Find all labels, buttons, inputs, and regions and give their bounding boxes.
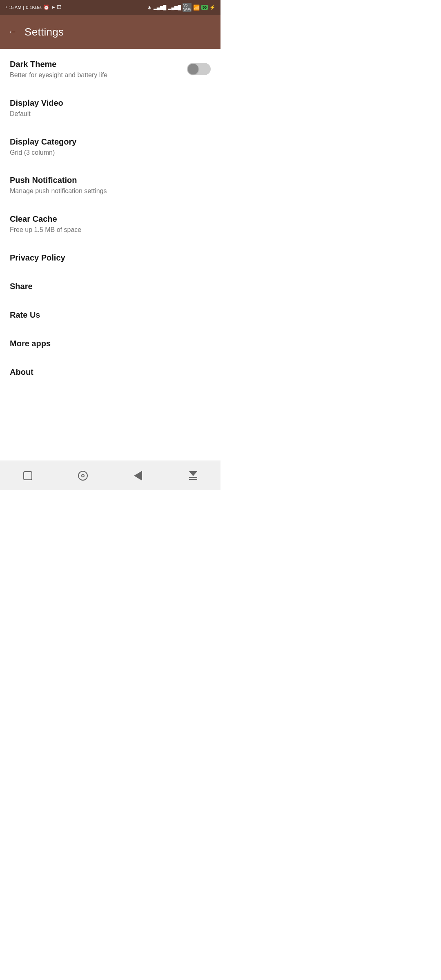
navigation-icon: ➤ (51, 4, 55, 10)
vowifi-icon: VoWiFi (183, 3, 192, 12)
back-nav-button[interactable] (126, 463, 150, 488)
home-circle-inner (81, 474, 85, 477)
settings-item-clear-cache[interactable]: Clear Cache Free up 1.5 MB of space (0, 204, 220, 243)
download-icon (189, 471, 197, 480)
push-notification-content: Push Notification Manage push notificati… (10, 175, 211, 196)
display-video-content: Display Video Default (10, 98, 211, 118)
status-right: ∗ ▂▄▆█ ▂▄▆█ VoWiFi 📶 56 ⚡ (147, 3, 216, 12)
privacy-policy-title: Privacy Policy (10, 252, 211, 263)
dark-theme-content: Dark Theme Better for eyesight and batte… (10, 59, 187, 80)
recents-button[interactable] (16, 463, 40, 488)
display-category-content: Display Category Grid (3 column) (10, 136, 211, 157)
status-time: 7:15 AM (5, 5, 21, 10)
battery-icon: 56 (201, 5, 208, 10)
rate-us-content: Rate Us (10, 310, 211, 320)
more-apps-content: More apps (10, 338, 211, 349)
settings-item-display-category[interactable]: Display Category Grid (3 column) (0, 127, 220, 165)
bluetooth-icon: ∗ (147, 4, 152, 11)
page-title: Settings (24, 26, 64, 38)
download-stem (189, 477, 197, 478)
download-base (189, 479, 197, 480)
settings-item-about[interactable]: About (0, 357, 220, 385)
signal-icon: ▂▄▆█ (154, 5, 167, 10)
push-notification-subtitle: Manage push notification settings (10, 187, 211, 196)
wifi-icon: 📶 (193, 4, 200, 11)
status-left: 7:15 AM | 0.1KB/s ⏰ ➤ 🖫 (5, 4, 62, 10)
status-separator: | (23, 5, 24, 10)
about-content: About (10, 367, 211, 377)
status-bar: 7:15 AM | 0.1KB/s ⏰ ➤ 🖫 ∗ ▂▄▆█ ▂▄▆█ VoWi… (0, 0, 220, 15)
settings-item-share[interactable]: Share (0, 271, 220, 300)
display-video-subtitle: Default (10, 110, 211, 118)
clear-cache-subtitle: Free up 1.5 MB of space (10, 226, 211, 234)
settings-item-dark-theme[interactable]: Dark Theme Better for eyesight and batte… (0, 49, 220, 88)
recents-icon (23, 471, 32, 480)
home-button[interactable] (71, 463, 95, 488)
dark-theme-subtitle: Better for eyesight and battery life (10, 71, 187, 80)
home-circle-outer (78, 471, 88, 481)
settings-item-rate-us[interactable]: Rate Us (0, 300, 220, 328)
back-icon (134, 471, 142, 481)
rate-us-title: Rate Us (10, 310, 211, 320)
settings-list: Dark Theme Better for eyesight and batte… (0, 49, 220, 385)
push-notification-title: Push Notification (10, 175, 211, 185)
download-button[interactable] (181, 463, 205, 488)
display-video-title: Display Video (10, 98, 211, 108)
dark-theme-title: Dark Theme (10, 59, 187, 69)
clear-cache-title: Clear Cache (10, 214, 211, 224)
about-title: About (10, 367, 211, 377)
back-button[interactable]: ← (8, 27, 17, 36)
home-icon (78, 471, 88, 481)
share-title: Share (10, 281, 211, 292)
display-category-subtitle: Grid (3 column) (10, 149, 211, 157)
sim-icon: 🖫 (57, 4, 62, 10)
settings-item-push-notification[interactable]: Push Notification Manage push notificati… (0, 165, 220, 204)
dark-theme-toggle[interactable] (187, 63, 211, 75)
status-speed: 0.1KB/s (26, 5, 42, 10)
settings-item-privacy-policy[interactable]: Privacy Policy (0, 243, 220, 271)
download-arrow (189, 471, 197, 476)
app-bar: ← Settings (0, 15, 220, 49)
settings-item-more-apps[interactable]: More apps (0, 328, 220, 357)
privacy-policy-content: Privacy Policy (10, 252, 211, 263)
alarm-icon: ⏰ (43, 4, 49, 10)
clear-cache-content: Clear Cache Free up 1.5 MB of space (10, 214, 211, 234)
share-content: Share (10, 281, 211, 292)
nav-bar (0, 461, 220, 490)
more-apps-title: More apps (10, 338, 211, 349)
toggle-knob (188, 64, 198, 74)
signal2-icon: ▂▄▆█ (168, 5, 181, 10)
charging-icon: ⚡ (209, 4, 216, 10)
settings-item-display-video[interactable]: Display Video Default (0, 88, 220, 127)
display-category-title: Display Category (10, 136, 211, 147)
